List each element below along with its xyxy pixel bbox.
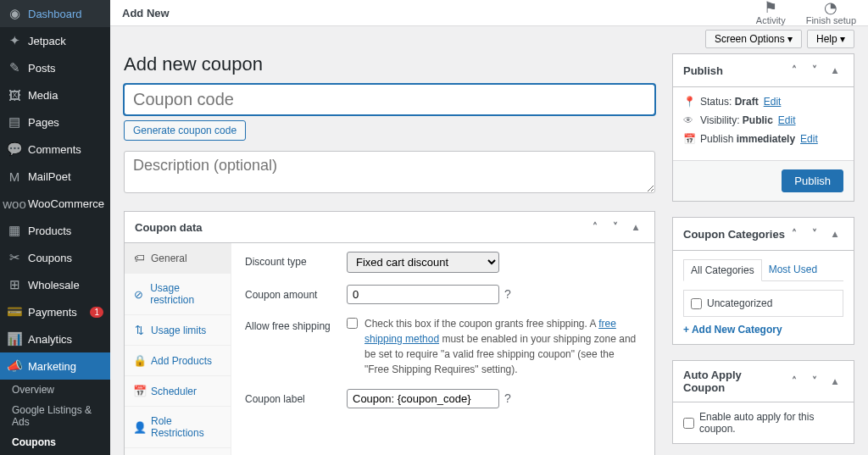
sidebar-item-label: Media — [28, 89, 58, 102]
payments-icon: 💳 — [7, 304, 22, 319]
coupon-label-label: Coupon label — [245, 389, 347, 405]
auto-apply-checkbox[interactable] — [683, 418, 694, 429]
jetpack-icon: ✦ — [7, 33, 22, 48]
generate-coupon-code-button[interactable]: Generate coupon code — [124, 120, 246, 141]
tab-usage-restriction[interactable]: ⊘Usage restriction — [125, 274, 231, 315]
free-shipping-description: Check this box if the coupon grants free… — [364, 316, 641, 377]
activity-button[interactable]: ⚑Activity — [756, 0, 786, 25]
sidebar-item-label: Marketing — [28, 360, 76, 373]
chevron-down-icon[interactable]: ˅ — [806, 225, 823, 242]
publish-button[interactable]: Publish — [782, 169, 843, 192]
activity-label: Activity — [756, 15, 786, 25]
chevron-up-icon[interactable]: ˄ — [786, 373, 803, 390]
tab-usage-limits[interactable]: ⇅Usage limits — [125, 315, 231, 346]
sidebar-sub-coupons[interactable]: Coupons — [0, 432, 110, 452]
sidebar-item-label: Products — [28, 225, 71, 237]
sidebar-item-wholesale[interactable]: ⊞Wholesale — [0, 271, 110, 298]
status-text: Status: Draft — [700, 96, 759, 108]
sidebar-item-posts[interactable]: ✎Posts — [0, 54, 110, 81]
chevron-up-icon[interactable]: ˄ — [786, 62, 803, 79]
discount-type-label: Discount type — [245, 252, 347, 268]
admin-sidebar: ◉Dashboard ✦Jetpack ✎Posts 🖾Media ▤Pages… — [0, 0, 110, 455]
sidebar-item-payments[interactable]: 💳Payments1 — [0, 298, 110, 325]
calendar-icon: 📅 — [683, 133, 695, 145]
caret-up-icon[interactable]: ▴ — [627, 219, 644, 236]
discount-type-select[interactable]: Fixed cart discount — [347, 252, 499, 273]
caret-up-icon[interactable]: ▴ — [826, 225, 843, 242]
add-new-category-link[interactable]: + Add New Category — [683, 324, 782, 336]
sidebar-item-label: Dashboard — [28, 8, 82, 20]
eye-icon: 👁 — [683, 114, 695, 126]
category-checkbox-uncategorized[interactable] — [691, 298, 702, 309]
categories-box: Coupon Categories ˄˅▴ All Categories Mos… — [672, 217, 854, 345]
tab-add-products[interactable]: 🔒Add Products — [125, 346, 231, 376]
tab-most-used[interactable]: Most Used — [762, 259, 824, 280]
coupon-label-input[interactable] — [347, 389, 499, 408]
tab-scheduler[interactable]: 📅Scheduler — [125, 376, 231, 407]
tab-label: General — [151, 252, 187, 264]
free-shipping-label: Allow free shipping — [245, 316, 347, 332]
coupon-data-title: Coupon data — [135, 221, 202, 234]
category-label: Uncategorized — [707, 297, 772, 309]
tab-all-categories[interactable]: All Categories — [683, 259, 762, 281]
sidebar-item-label: MailPoet — [28, 170, 71, 183]
edit-publish-date-link[interactable]: Edit — [800, 133, 818, 145]
sidebar-sub-overview[interactable]: Overview — [0, 380, 110, 400]
help-button[interactable]: Help ▾ — [807, 30, 854, 48]
description-textarea[interactable] — [124, 151, 655, 193]
sidebar-item-pages[interactable]: ▤Pages — [0, 108, 110, 136]
screen-options-button[interactable]: Screen Options ▾ — [705, 30, 802, 48]
chevron-down-icon[interactable]: ˅ — [806, 373, 823, 390]
coupon-amount-input[interactable] — [347, 285, 499, 304]
dashboard-icon: ◉ — [7, 6, 22, 21]
general-panel: Discount type Fixed cart discount Coupon… — [231, 243, 654, 455]
chevron-up-icon[interactable]: ˄ — [786, 225, 803, 242]
help-icon[interactable]: ? — [504, 391, 511, 405]
sidebar-item-jetpack[interactable]: ✦Jetpack — [0, 27, 110, 54]
sidebar-item-woocommerce[interactable]: wooWooCommerce — [0, 190, 110, 217]
help-icon[interactable]: ? — [504, 287, 511, 301]
key-icon: 📍 — [683, 96, 695, 108]
chevron-down-icon[interactable]: ˅ — [607, 219, 624, 236]
finish-setup-label: Finish setup — [806, 15, 856, 25]
coupon-code-input[interactable] — [124, 84, 655, 115]
edit-status-link[interactable]: Edit — [764, 96, 782, 108]
caret-up-icon[interactable]: ▴ — [826, 373, 843, 390]
sidebar-item-marketing[interactable]: 📣Marketing — [0, 352, 110, 380]
tab-general[interactable]: 🏷General — [125, 243, 231, 274]
sidebar-item-label: Pages — [28, 116, 59, 129]
sidebar-item-media[interactable]: 🖾Media — [0, 81, 110, 108]
tab-label: Usage limits — [151, 325, 206, 336]
comments-icon: 💬 — [7, 141, 22, 157]
user-icon: 👤 — [133, 421, 145, 434]
sidebar-item-dashboard[interactable]: ◉Dashboard — [0, 0, 110, 27]
finish-setup-button[interactable]: ◔Finish setup — [806, 0, 856, 25]
categories-title: Coupon Categories — [683, 228, 785, 241]
sidebar-item-products[interactable]: ▦Products — [0, 217, 110, 244]
woocommerce-icon: woo — [7, 196, 22, 211]
sidebar-item-mailpoet[interactable]: MMailPoet — [0, 163, 110, 190]
chevron-down-icon[interactable]: ˅ — [806, 62, 823, 79]
sidebar-item-label: Wholesale — [28, 279, 80, 291]
auto-apply-title: Auto Apply Coupon — [683, 369, 786, 394]
auto-apply-box: Auto Apply Coupon ˄˅▴ Enable auto apply … — [672, 360, 854, 444]
sidebar-item-coupons[interactable]: ✂Coupons — [0, 244, 110, 271]
sidebar-sub-google-listings[interactable]: Google Listings & Ads — [0, 400, 110, 432]
free-shipping-checkbox[interactable] — [347, 318, 358, 329]
tab-label: Add Products — [151, 355, 212, 367]
sidebar-item-comments[interactable]: 💬Comments — [0, 136, 110, 163]
chevron-up-icon[interactable]: ˄ — [587, 219, 604, 236]
tab-payment-methods-restriction[interactable]: 💳Payment Methods Restriction — [125, 448, 231, 455]
coupon-data-tabs: 🏷General ⊘Usage restriction ⇅Usage limit… — [125, 243, 231, 455]
tab-role-restrictions[interactable]: 👤Role Restrictions — [125, 407, 231, 448]
payments-badge: 1 — [90, 307, 103, 318]
edit-visibility-link[interactable]: Edit — [778, 114, 796, 126]
caret-up-icon[interactable]: ▴ — [826, 62, 843, 79]
main-content: Add New ⚑Activity ◔Finish setup Screen O… — [110, 0, 868, 455]
page-breadcrumb: Add New — [122, 7, 170, 19]
publish-date-text: Publish immediately — [700, 133, 795, 145]
topbar: Add New ⚑Activity ◔Finish setup — [110, 0, 868, 26]
wholesale-icon: ⊞ — [7, 277, 22, 292]
tab-label: Usage restriction — [150, 282, 222, 306]
sidebar-item-analytics[interactable]: 📊Analytics — [0, 325, 110, 352]
